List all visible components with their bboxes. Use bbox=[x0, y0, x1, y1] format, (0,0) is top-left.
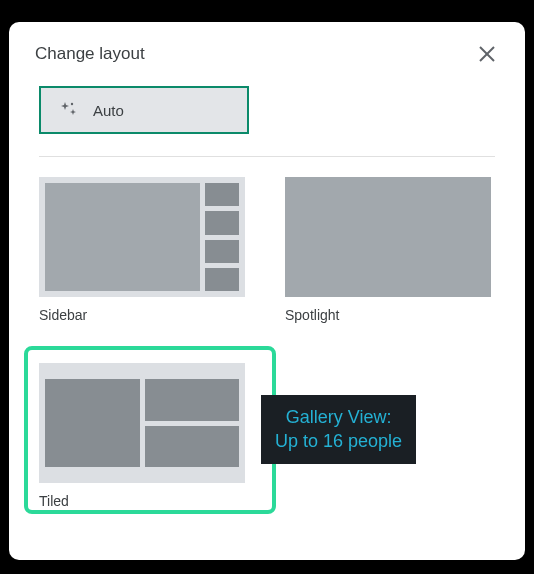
panel-header: Change layout bbox=[35, 42, 499, 66]
spotlight-thumbnail bbox=[285, 177, 491, 297]
layout-option-sidebar[interactable]: Sidebar bbox=[39, 177, 245, 323]
spotlight-label: Spotlight bbox=[285, 307, 491, 323]
change-layout-panel: Change layout Auto bbox=[9, 22, 525, 560]
close-icon bbox=[478, 45, 496, 63]
sidebar-label: Sidebar bbox=[39, 307, 245, 323]
auto-row: Auto bbox=[35, 86, 499, 134]
close-button[interactable] bbox=[475, 42, 499, 66]
auto-label: Auto bbox=[93, 102, 124, 119]
tiled-label: Tiled bbox=[39, 493, 245, 509]
divider bbox=[39, 156, 495, 157]
auto-layout-button[interactable]: Auto bbox=[39, 86, 249, 134]
sparkle-icon bbox=[59, 100, 79, 120]
tooltip: Gallery View: Up to 16 people bbox=[261, 395, 416, 464]
panel-title: Change layout bbox=[35, 44, 145, 64]
tooltip-line2: Up to 16 people bbox=[275, 429, 402, 453]
layout-option-spotlight[interactable]: Spotlight bbox=[285, 177, 491, 323]
tooltip-line1: Gallery View: bbox=[275, 405, 402, 429]
svg-point-2 bbox=[71, 103, 73, 105]
layout-option-tiled[interactable]: Tiled bbox=[39, 363, 245, 509]
tiled-thumbnail bbox=[39, 363, 245, 483]
sidebar-thumbnail bbox=[39, 177, 245, 297]
